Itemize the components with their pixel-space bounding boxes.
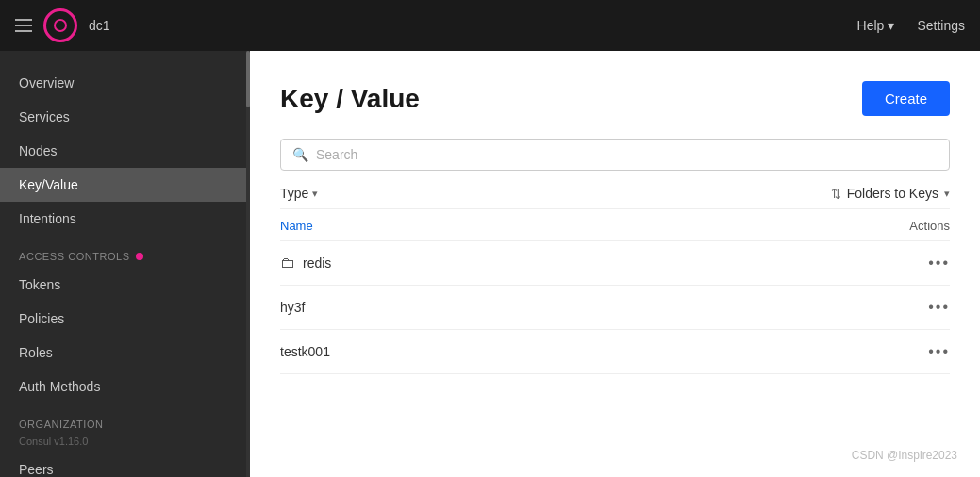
sidebar-item-nodes[interactable]: Nodes xyxy=(0,134,250,168)
table-header: Name Actions xyxy=(280,209,950,241)
watermark: CSDN @Inspire2023 xyxy=(852,449,957,462)
main-content: Key / Value Create 🔍 Type ▾ ⇅ Folders to… xyxy=(250,51,980,477)
search-bar: 🔍 xyxy=(280,139,950,171)
more-actions-button[interactable]: ••• xyxy=(928,255,950,271)
column-name: Name xyxy=(280,219,313,233)
sidebar-item-tokens[interactable]: Tokens xyxy=(0,268,250,302)
search-input[interactable] xyxy=(316,147,938,162)
folder-icon: 🗀 xyxy=(280,255,295,271)
more-actions-button[interactable]: ••• xyxy=(928,343,950,360)
sidebar-item-policies[interactable]: Policies xyxy=(0,302,250,336)
filter-icon: ⇅ xyxy=(831,187,841,201)
page-header: Key / Value Create xyxy=(280,81,950,116)
sidebar-item-overview[interactable]: Overview xyxy=(0,66,250,100)
table-row: hy3f ••• xyxy=(280,286,950,330)
table-row: testk001 ••• xyxy=(280,330,950,374)
row-left: hy3f xyxy=(280,300,305,315)
help-button[interactable]: Help ▾ xyxy=(857,18,895,33)
folders-to-keys-filter[interactable]: ⇅ Folders to Keys ▾ xyxy=(831,186,950,201)
chevron-down-icon: ▾ xyxy=(312,188,318,200)
column-actions: Actions xyxy=(909,219,950,233)
layout: Overview Services Nodes Key/Value Intent… xyxy=(0,51,980,477)
organization-section: ORGANIZATION xyxy=(0,403,250,434)
create-button[interactable]: Create xyxy=(862,81,950,116)
nav-right: Help ▾ Settings xyxy=(857,18,965,33)
type-filter[interactable]: Type ▾ xyxy=(280,186,318,201)
page-title: Key / Value xyxy=(280,84,420,114)
chevron-down-icon: ▾ xyxy=(888,18,894,33)
consul-version: Consul v1.16.0 xyxy=(0,434,250,452)
dc-label: dc1 xyxy=(89,18,110,33)
chevron-down-icon: ▾ xyxy=(944,188,950,200)
access-controls-section: ACCESS CONTROLS xyxy=(0,236,250,268)
settings-button[interactable]: Settings xyxy=(917,18,965,33)
nav-left: dc1 xyxy=(15,8,110,42)
sidebar-item-keyvalue[interactable]: Key/Value xyxy=(0,168,250,202)
search-icon: 🔍 xyxy=(292,147,308,162)
sidebar-item-services[interactable]: Services xyxy=(0,100,250,134)
hamburger-menu[interactable] xyxy=(15,19,32,32)
more-actions-button[interactable]: ••• xyxy=(928,299,950,316)
access-dot-icon xyxy=(136,253,143,260)
sidebar-item-peers[interactable]: Peers xyxy=(0,452,250,477)
sidebar-item-roles[interactable]: Roles xyxy=(0,336,250,370)
row-name: hy3f xyxy=(280,300,305,315)
filter-bar: Type ▾ ⇅ Folders to Keys ▾ xyxy=(280,186,950,209)
sidebar: Overview Services Nodes Key/Value Intent… xyxy=(0,51,250,477)
row-left: testk001 xyxy=(280,344,330,359)
sidebar-item-intentions[interactable]: Intentions xyxy=(0,202,250,236)
table-row: 🗀 redis ••• xyxy=(280,241,950,286)
row-left: 🗀 redis xyxy=(280,255,331,271)
row-name: testk001 xyxy=(280,344,330,359)
top-navigation: dc1 Help ▾ Settings xyxy=(0,0,980,51)
row-name: redis xyxy=(303,255,331,271)
sidebar-item-auth-methods[interactable]: Auth Methods xyxy=(0,370,250,403)
logo xyxy=(43,8,77,42)
